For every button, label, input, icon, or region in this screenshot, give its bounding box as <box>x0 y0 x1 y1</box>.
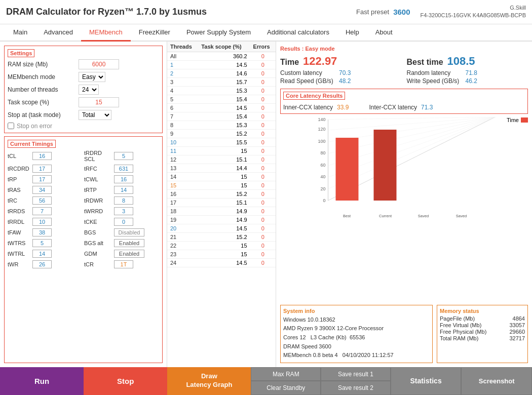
membench-mode-dropdown[interactable]: EasyFull <box>79 72 105 82</box>
stop-button[interactable]: Stop <box>84 367 167 395</box>
thread-num: 13 <box>167 164 198 172</box>
nav-additional[interactable]: Additional calculators <box>259 24 337 42</box>
thread-errors: 0 <box>250 60 276 69</box>
thread-errors: 0 <box>250 164 276 172</box>
svg-text:80: 80 <box>320 150 325 155</box>
membench-mode-row: MEMbench mode EasyFull <box>8 72 159 82</box>
save-result1-button[interactable]: Save result 1 <box>321 367 391 381</box>
trrdl-input[interactable] <box>32 218 52 226</box>
thread-num: 22 <box>167 241 198 250</box>
app-header: DRAM Calculator for Ryzen™ 1.7.0 by 1usm… <box>0 0 532 24</box>
timing-twr: tWR <box>8 260 83 268</box>
thread-num: 2 <box>167 69 198 77</box>
preset-section: Fast preset 3600 <box>356 8 410 16</box>
footer: Run Stop Draw Latency Graph Max RAM Save… <box>0 367 532 395</box>
trp-input[interactable] <box>32 175 52 183</box>
trcdrd-input[interactable] <box>32 165 52 173</box>
tcwl-input[interactable] <box>114 175 133 183</box>
tcl-input[interactable] <box>32 152 52 160</box>
thread-errors: 0 <box>250 77 276 86</box>
random-latency-value: 71.8 <box>466 69 477 76</box>
membench-mode-select[interactable]: EasyFull <box>79 72 105 82</box>
twtrs-input[interactable] <box>32 239 52 247</box>
ram-size-input[interactable] <box>79 59 119 69</box>
run-button[interactable]: Run <box>0 367 84 395</box>
save-result2-button[interactable]: Save result 2 <box>321 381 391 395</box>
thread-num: 10 <box>167 138 198 146</box>
thread-scope: 15.5 <box>198 138 250 146</box>
svg-text:40: 40 <box>320 174 325 179</box>
thread-scope: 15.2 <box>198 189 250 198</box>
task-scope-row: Task scope (%) <box>8 97 159 107</box>
nav-main[interactable]: Main <box>5 24 35 42</box>
timing-gdm: GDM <box>84 250 159 258</box>
trfc-input[interactable] <box>114 165 133 173</box>
thread-scope: 15 <box>198 250 250 258</box>
clear-standby-button[interactable]: Clear Standby <box>251 381 321 395</box>
tcke-input[interactable] <box>114 218 133 226</box>
thread-num: 23 <box>167 250 198 258</box>
nav-about[interactable]: About <box>367 24 401 42</box>
twtrl-input[interactable] <box>32 250 52 258</box>
trtp-input[interactable] <box>114 186 133 194</box>
tfaw-input[interactable] <box>32 228 52 236</box>
legend-box <box>521 117 528 123</box>
screenshot-button[interactable]: Screenshot <box>461 367 532 395</box>
table-row: 614.50 <box>167 103 276 112</box>
chart-section: Time 0 20 40 60 80 100 <box>280 117 528 302</box>
svg-line-17 <box>328 117 496 120</box>
tras-input[interactable] <box>32 186 52 194</box>
timing-tcke: tCKE <box>84 218 159 226</box>
num-threads-select[interactable]: 2412 <box>79 85 99 95</box>
thread-errors: 0 <box>250 69 276 77</box>
settings-title: Settings <box>8 49 34 57</box>
nav-membench[interactable]: MEMbench <box>81 24 131 42</box>
free-physical-value: 29660 <box>509 329 525 335</box>
twr-input[interactable] <box>32 260 52 268</box>
membench-mode-label: MEMbench mode <box>8 73 79 81</box>
thread-scope: 15.4 <box>198 95 250 103</box>
pagefile-value: 4864 <box>513 315 525 322</box>
svg-text:120: 120 <box>318 127 325 132</box>
stop-at-dropdown[interactable]: TotalThread <box>79 110 111 120</box>
trrds-input[interactable] <box>32 207 52 215</box>
nav-advanced[interactable]: Advanced <box>35 24 81 42</box>
statistics-button[interactable]: Statistics <box>391 367 462 395</box>
thread-errors: 0 <box>250 86 276 95</box>
l3-value: 65536 <box>350 334 365 340</box>
timing-twtrl: tWTRL <box>8 250 83 258</box>
max-ram-button[interactable]: Max RAM <box>251 367 321 381</box>
date-info: 04/10/2020 11:12:57 <box>343 352 394 358</box>
best-time-result: Best time 108.5 <box>407 55 528 68</box>
stop-on-error-checkbox[interactable] <box>8 123 14 129</box>
trdwr-input[interactable] <box>114 196 133 205</box>
timings-grid: tCL tRDRD SCL tRCDRD tRFC <box>8 150 159 269</box>
bar-best <box>336 138 359 201</box>
bgs-alt-input[interactable] <box>114 239 144 247</box>
ram-size-row: RAM size (Mb) <box>8 59 159 69</box>
nav-power-supply[interactable]: Power Supply System <box>178 24 259 42</box>
trc-input[interactable] <box>32 196 52 205</box>
stop-at-select[interactable]: TotalThread <box>79 110 111 120</box>
thread-scope: 14.5 <box>198 103 250 112</box>
thread-num: 3 <box>167 77 198 86</box>
num-threads-dropdown[interactable]: 2412 <box>79 85 98 94</box>
bgs-input[interactable] <box>114 228 144 236</box>
thread-errors: 0 <box>250 258 276 267</box>
table-row: 315.70 <box>167 77 276 86</box>
tcr-input[interactable] <box>114 260 133 268</box>
timing-tras: tRAS <box>8 186 83 194</box>
thread-scope: 15.7 <box>198 77 250 86</box>
gdm-input[interactable] <box>114 250 144 258</box>
table-row: 2014.50 <box>167 224 276 232</box>
task-scope-input[interactable] <box>79 97 119 107</box>
draw-latency-button[interactable]: Draw Latency Graph <box>167 367 251 395</box>
thread-num: 14 <box>167 172 198 181</box>
nav-freezkiller[interactable]: FreezKiller <box>131 24 178 42</box>
trdrd-scl-input[interactable] <box>114 152 133 160</box>
cpu-info: AMD Ryzen 9 3900X 12-Core Processor <box>283 325 384 331</box>
nav-help[interactable]: Help <box>337 24 367 42</box>
twrrd-input[interactable] <box>114 207 133 215</box>
thread-errors: 0 <box>250 215 276 224</box>
svg-text:100: 100 <box>318 139 325 144</box>
